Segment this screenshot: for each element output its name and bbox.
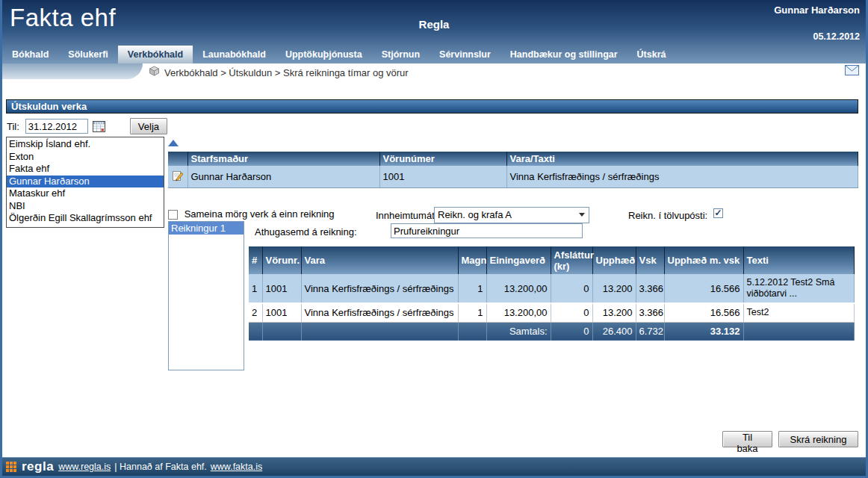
cell-einingaverd: 13.200,00 <box>486 303 551 322</box>
footer-link-fakta[interactable]: www.fakta.is <box>211 462 262 472</box>
collapse-up-icon[interactable] <box>168 140 179 146</box>
orange-grid-icon <box>6 462 16 472</box>
work-header-vorunumer: Vörunúmer <box>379 152 506 166</box>
cell-upphaed-m-vsk: 16.566 <box>664 274 743 303</box>
invoice-list-item-selected[interactable]: Reikningur 1 <box>169 222 244 235</box>
nav-item-launabokhald[interactable]: Launabókhald <box>193 46 276 63</box>
work-header-vara-taxti: Vara/Taxti <box>506 152 858 166</box>
footer-credit-text: | Hannað af Fakta ehf. <box>114 462 206 472</box>
nav-item-handbaekur[interactable]: Handbækur og stillingar <box>500 46 627 63</box>
totals-label: Samtals: <box>486 322 551 341</box>
work-row-vara: Vinna Kerfisfræðings / sérfræðings <box>506 166 858 187</box>
inv-header-upphaed: Upphæð <box>592 246 636 274</box>
client-item[interactable]: Exton <box>7 151 164 164</box>
work-row-vorunumer: 1001 <box>379 166 506 187</box>
inv-header-vsk: Vsk <box>636 246 664 274</box>
work-row: Gunnar Harðarson 1001 Vinna Kerfisfræðin… <box>168 166 858 187</box>
dropdown-arrow-icon <box>579 213 585 217</box>
work-summary-table: Starfsmaður Vörunúmer Vara/Taxti Gunnar … <box>168 152 858 188</box>
user-name: Gunnar Harðarson <box>774 4 860 16</box>
envelope-icon[interactable] <box>845 65 859 78</box>
collection-method-label: Innheimtumáti: <box>376 210 439 221</box>
app-title: Regla <box>2 18 866 31</box>
til-label: Til: <box>7 121 19 132</box>
date-filter-row: Til: Velja <box>7 118 167 134</box>
collection-method-value: Reikn. og krafa A <box>438 209 512 220</box>
package-icon <box>149 66 160 79</box>
merge-label: Sameina mörg verk á einn reikning <box>185 208 335 220</box>
page: Fakta ehf Regla Gunnar Harðarson 05.12.2… <box>0 0 868 478</box>
breadcrumb: Verkbókhald > Útskuldun > Skrá reikninga… <box>164 67 409 78</box>
invoice-line-row[interactable]: 2 1001 Vinna Kerfisfræðings / sérfræðing… <box>249 303 854 322</box>
merge-checkbox[interactable] <box>168 210 178 220</box>
totals-vsk: 6.732 <box>636 322 664 341</box>
inv-header-afslattur: Afsláttur (kr) <box>551 246 592 274</box>
invoice-line-row[interactable]: 1 1001 Vinna Kerfisfræðings / sérfræðing… <box>249 274 854 303</box>
comment-label: Athugasemd á reikning: <box>255 226 357 238</box>
client-item[interactable]: Ölgerðin Egill Skallagrímsson ehf <box>7 212 164 225</box>
cell-upphaed: 13.200 <box>592 303 636 322</box>
cell-texti: Test2 <box>743 303 854 322</box>
cell-afslattur: 0 <box>551 303 592 322</box>
edit-pencil-icon[interactable] <box>168 166 187 187</box>
collection-method-select[interactable]: Reikn. og krafa A <box>434 207 589 223</box>
cell-texti: 5.12.2012 Test2 Smá viðbótarvi ... <box>743 274 854 303</box>
client-item[interactable]: Eimskip Ísland ehf. <box>7 138 164 151</box>
cell-afslattur: 0 <box>551 274 592 303</box>
calendar-icon[interactable] <box>93 120 105 132</box>
nav-item-solukerfi[interactable]: Sölukerfi <box>58 46 118 63</box>
client-item[interactable]: Mataskur ehf <box>7 187 164 200</box>
cell-upphaed-m-vsk: 16.566 <box>664 303 743 322</box>
nav-item-bokhald[interactable]: Bókhald <box>2 46 58 63</box>
cell-vorunr: 1001 <box>262 274 301 303</box>
invoice-options-row: Sameina mörg verk á einn reikning Innhei… <box>168 206 858 223</box>
client-item[interactable]: NBI <box>7 200 164 213</box>
til-date-input[interactable] <box>25 119 88 134</box>
inv-header-vara: Vara <box>301 246 458 274</box>
comment-input[interactable] <box>391 223 583 238</box>
client-listbox: Eimskip Ísland ehf. Exton Fakta ehf Gunn… <box>6 137 164 228</box>
submit-invoice-button[interactable]: Skrá reikning <box>778 431 858 447</box>
totals-upphaed-m-vsk: 33.132 <box>664 322 743 341</box>
nav-item-verkbokhald[interactable]: Verkbókhald <box>118 46 193 63</box>
inv-header-magn: Magn <box>458 246 486 274</box>
inv-header-vorunr: Vörunr. <box>262 246 301 274</box>
email-invoice-checkbox[interactable]: ✓ <box>713 208 723 218</box>
inv-header-einingaverd: Einingaverð <box>486 246 551 274</box>
work-row-starfsmadur: Gunnar Harðarson <box>187 166 379 187</box>
invoice-lines-table: # Vörunr. Vara Magn Einingaverð Afsláttu… <box>249 246 855 341</box>
totals-afslattur: 0 <box>551 322 592 341</box>
cell-vsk: 3.366 <box>636 303 664 322</box>
nav-item-servinnslur[interactable]: Sérvinnslur <box>430 46 500 63</box>
cell-vara: Vinna Kerfisfræðings / sérfræðings <box>301 274 458 303</box>
totals-upphaed: 26.400 <box>592 322 636 341</box>
work-header-starfsmadur: Starfsmaður <box>187 152 379 166</box>
nav-item-utskra[interactable]: Útskrá <box>627 46 676 63</box>
inv-header-upphaed-m-vsk: Upphæð m. vsk <box>664 246 743 274</box>
cell-upphaed: 13.200 <box>592 274 636 303</box>
cell-vara: Vinna Kerfisfræðings / sérfræðings <box>301 303 458 322</box>
app-header: Fakta ehf Regla Gunnar Harðarson 05.12.2… <box>2 0 866 63</box>
footer-bar: regla www.regla.is | Hannað af Fakta ehf… <box>2 457 866 476</box>
cell-magn: 1 <box>458 274 486 303</box>
cell-vorunr: 1001 <box>262 303 301 322</box>
inv-header-texti: Texti <box>743 246 854 274</box>
client-item-selected[interactable]: Gunnar Harðarson <box>7 176 164 188</box>
current-date: 05.12.2012 <box>813 31 860 42</box>
invoice-listbox: Reikningur 1 <box>168 221 244 370</box>
page-title: Útskuldun verka <box>6 99 858 114</box>
work-header-icon-col <box>168 152 187 166</box>
cell-num: 1 <box>249 274 262 303</box>
back-button[interactable]: Til baka <box>722 431 772 447</box>
velja-button[interactable]: Velja <box>130 118 167 134</box>
footer-link-regla[interactable]: www.regla.is <box>58 462 111 472</box>
breadcrumb-bar: Verkbókhald > Útskuldun > Skrá reikninga… <box>2 63 866 81</box>
client-item[interactable]: Fakta ehf <box>7 163 164 176</box>
nav-item-stjornun[interactable]: Stjórnun <box>372 46 430 63</box>
banner-curve-decoration <box>2 63 143 79</box>
main-nav: Bókhald Sölukerfi Verkbókhald Launabókha… <box>2 46 866 63</box>
nav-item-upptokuthjonusta[interactable]: Upptökuþjónusta <box>276 46 372 63</box>
email-invoice-label: Reikn. í tölvupósti: <box>628 210 707 221</box>
cell-vsk: 3.366 <box>636 274 664 303</box>
cell-magn: 1 <box>458 303 486 322</box>
